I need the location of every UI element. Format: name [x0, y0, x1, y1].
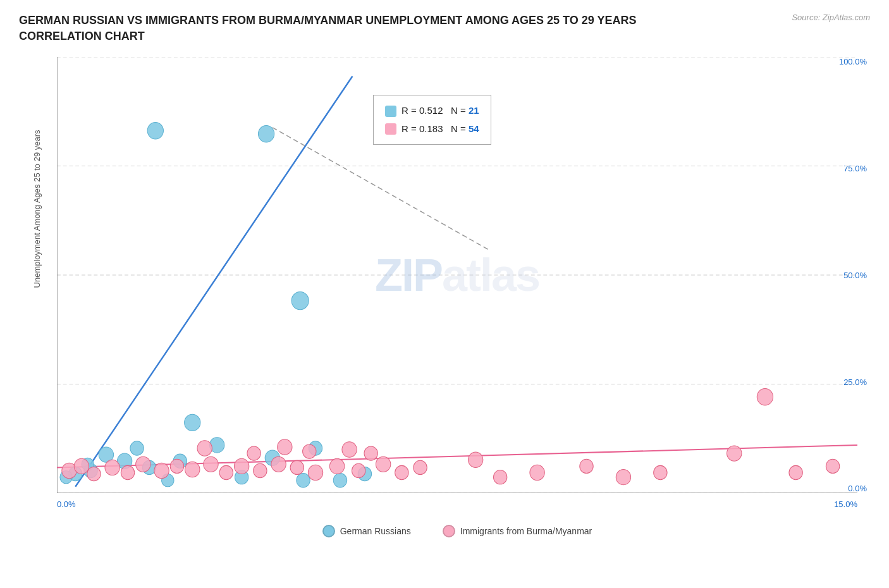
legend-row-2: R = 0.183 N = 54: [385, 120, 479, 138]
bottom-label-blue: German Russians: [340, 526, 411, 536]
chart-title: GERMAN RUSSIAN VS IMMIGRANTS FROM BURMA/…: [19, 13, 714, 44]
legend-swatch-pink: [385, 123, 396, 135]
chart-svg-container: ZIPatlas: [57, 57, 857, 493]
svg-point-10: [147, 123, 163, 139]
svg-point-40: [204, 457, 218, 472]
svg-point-30: [297, 474, 310, 487]
n-value-blue: 21: [469, 105, 479, 116]
bottom-swatch-pink: [443, 525, 455, 537]
svg-line-9: [273, 128, 488, 250]
svg-point-52: [197, 441, 212, 456]
svg-point-66: [789, 466, 802, 480]
legend-text-pink: R = 0.183 N = 54: [402, 120, 479, 138]
svg-point-59: [493, 470, 506, 484]
svg-point-33: [87, 467, 101, 481]
svg-point-13: [185, 415, 200, 431]
svg-point-45: [290, 461, 303, 475]
legend-swatch-blue: [385, 106, 396, 117]
svg-point-37: [154, 463, 169, 479]
svg-point-35: [121, 466, 134, 480]
svg-point-42: [234, 459, 248, 474]
svg-point-64: [757, 389, 773, 405]
svg-point-58: [469, 452, 483, 467]
x-axis-labels: 0.0% 15.0%: [57, 499, 857, 509]
svg-point-44: [271, 457, 286, 472]
svg-point-34: [105, 460, 120, 475]
svg-point-47: [329, 459, 344, 474]
svg-point-51: [414, 461, 427, 475]
svg-point-60: [530, 465, 544, 481]
svg-point-55: [303, 444, 316, 458]
svg-point-56: [342, 442, 357, 457]
svg-point-61: [580, 460, 593, 474]
svg-point-50: [395, 466, 408, 480]
x-tick-15: 15.0%: [834, 499, 857, 509]
svg-line-7: [75, 77, 352, 487]
svg-point-11: [258, 126, 274, 142]
svg-point-46: [308, 465, 322, 481]
svg-point-32: [74, 459, 89, 474]
svg-point-62: [616, 470, 630, 485]
svg-point-54: [278, 439, 292, 455]
x-tick-0: 0.0%: [57, 499, 76, 509]
n-value-pink: 54: [469, 123, 479, 134]
bottom-legend: German Russians Immigrants from Burma/My…: [57, 525, 857, 537]
svg-point-65: [727, 446, 742, 461]
r-value-blue: 0.512: [419, 105, 443, 116]
svg-point-39: [185, 462, 200, 477]
legend-text-blue: R = 0.512 N = 21: [402, 102, 479, 120]
svg-point-49: [376, 457, 390, 472]
svg-point-38: [170, 460, 183, 474]
svg-point-67: [826, 460, 839, 474]
svg-point-48: [352, 464, 365, 478]
svg-point-53: [247, 446, 261, 460]
bottom-legend-item-blue: German Russians: [322, 525, 411, 537]
svg-point-63: [654, 466, 667, 480]
y-axis-label-container: Unemployment Among Ages 25 to 29 years: [24, 57, 49, 493]
page-container: GERMAN RUSSIAN VS IMMIGRANTS FROM BURMA/…: [0, 0, 889, 588]
r-value-pink: 0.183: [419, 123, 443, 134]
svg-point-43: [254, 464, 267, 478]
svg-point-41: [219, 466, 233, 480]
bottom-legend-item-pink: Immigrants from Burma/Myanmar: [443, 525, 592, 537]
y-axis-label: Unemployment Among Ages 25 to 29 years: [32, 262, 42, 288]
source-label: Source: ZipAtlas.com: [792, 13, 870, 22]
svg-point-57: [364, 446, 377, 460]
bottom-label-pink: Immigrants from Burma/Myanmar: [460, 526, 592, 536]
legend-box: R = 0.512 N = 21 R = 0.183 N = 54: [373, 95, 491, 145]
svg-point-12: [291, 292, 309, 310]
svg-point-27: [130, 441, 144, 455]
bottom-swatch-blue: [322, 525, 335, 537]
svg-point-36: [136, 457, 150, 472]
svg-point-25: [333, 474, 346, 487]
chart-area: Unemployment Among Ages 25 to 29 years 1…: [19, 51, 870, 544]
legend-row-1: R = 0.512 N = 21: [385, 102, 479, 120]
